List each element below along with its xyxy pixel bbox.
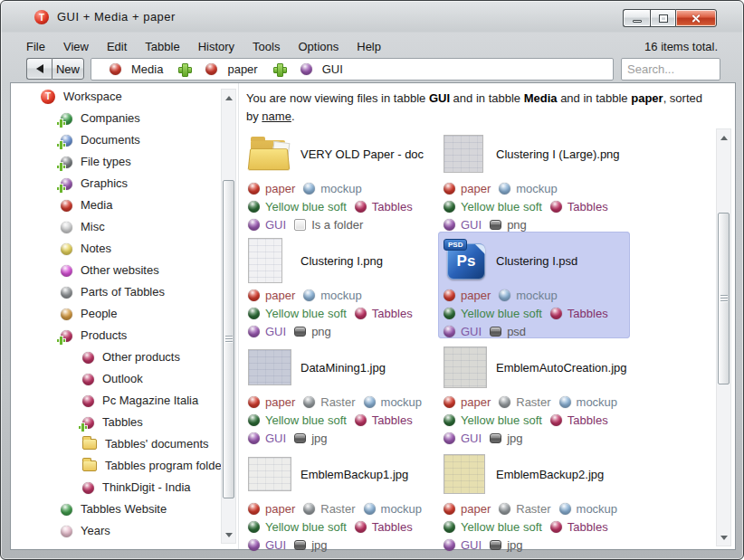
tag-paper[interactable]: paper bbox=[248, 182, 295, 195]
tag-gui[interactable]: GUI bbox=[248, 432, 286, 445]
tag-yellow-blue-soft[interactable]: Yellow blue soft bbox=[248, 413, 347, 427]
file-card-emblembackup2-jpg[interactable]: EmblemBackup2.jpgpaperRastermockupYellow… bbox=[438, 445, 630, 552]
menu-item-help[interactable]: Help bbox=[348, 37, 390, 56]
tag-raster[interactable]: Raster bbox=[499, 395, 550, 409]
tag-png[interactable]: png bbox=[294, 325, 331, 338]
sidebar-item-companies[interactable]: Companies bbox=[11, 108, 238, 129]
file-card-datamining1-jpg[interactable]: DataMining1.jpgpaperRastermockupYellow b… bbox=[243, 338, 434, 445]
tag-gui[interactable]: GUI bbox=[248, 218, 286, 232]
file-card-clustering-i-psd[interactable]: PSDPsClustering I.psdpapermockupYellow b… bbox=[438, 232, 630, 338]
tag-yellow-blue-soft[interactable]: Yellow blue soft bbox=[444, 307, 542, 320]
title-bar[interactable]: T GUI + Media + paper bbox=[1, 1, 743, 33]
file-card-emblemautocreation-jpg[interactable]: EmblemAutoCreation.jpgpaperRastermockupY… bbox=[438, 338, 630, 445]
tag-mockup[interactable]: mockup bbox=[559, 502, 618, 516]
tag-tabbles[interactable]: Tabbles bbox=[550, 200, 608, 214]
search-input[interactable] bbox=[621, 58, 720, 81]
tag-mockup[interactable]: mockup bbox=[303, 289, 362, 302]
sidebar-item-products[interactable]: Products bbox=[11, 325, 238, 346]
tag-yellow-blue-soft[interactable]: Yellow blue soft bbox=[444, 413, 542, 427]
scrollbar-thumb[interactable] bbox=[223, 180, 234, 498]
tag-yellow-blue-soft[interactable]: Yellow blue soft bbox=[248, 307, 347, 320]
file-card-clustering-i-png[interactable]: Clustering I.pngpapermockupYellow blue s… bbox=[243, 232, 434, 338]
tag-paper[interactable]: paper bbox=[248, 289, 295, 302]
sidebar-scrollbar[interactable] bbox=[221, 89, 236, 544]
tag-tabbles[interactable]: Tabbles bbox=[550, 413, 608, 427]
back-button[interactable] bbox=[26, 58, 52, 80]
sidebar-item-media[interactable]: Media bbox=[11, 195, 238, 216]
tag-tabbles[interactable]: Tabbles bbox=[550, 520, 608, 534]
sidebar-item-notes[interactable]: Notes bbox=[11, 238, 238, 260]
menu-item-view[interactable]: View bbox=[54, 37, 98, 56]
close-button[interactable] bbox=[675, 9, 717, 27]
tag-mockup[interactable]: mockup bbox=[499, 289, 558, 302]
tag-png[interactable]: png bbox=[490, 218, 527, 232]
tag-yellow-blue-soft[interactable]: Yellow blue soft bbox=[444, 200, 542, 214]
tag-tabbles[interactable]: Tabbles bbox=[355, 520, 413, 534]
tag-paper[interactable]: paper bbox=[444, 289, 491, 302]
tag-mockup[interactable]: mockup bbox=[364, 395, 423, 409]
tag-gui[interactable]: GUI bbox=[444, 432, 482, 445]
tag-raster[interactable]: Raster bbox=[303, 395, 355, 409]
tag-yellow-blue-soft[interactable]: Yellow blue soft bbox=[248, 200, 347, 214]
tag-paper[interactable]: paper bbox=[248, 502, 295, 516]
sidebar-item-other-websites[interactable]: Other websites bbox=[11, 260, 238, 281]
tag-is-a-folder[interactable]: Is a folder bbox=[294, 218, 363, 232]
breadcrumb-tag-media[interactable]: Media bbox=[110, 62, 163, 76]
tag-mockup[interactable]: mockup bbox=[559, 395, 618, 409]
sidebar-item-people[interactable]: People bbox=[11, 303, 238, 325]
scrollbar-thumb[interactable] bbox=[718, 213, 730, 384]
tag-tabbles[interactable]: Tabbles bbox=[355, 413, 413, 427]
menu-item-edit[interactable]: Edit bbox=[98, 37, 136, 56]
tag-paper[interactable]: paper bbox=[444, 502, 491, 516]
tag-yellow-blue-soft[interactable]: Yellow blue soft bbox=[444, 520, 542, 534]
sort-by-name-link[interactable]: name bbox=[262, 109, 291, 123]
sidebar-item-years[interactable]: Years bbox=[11, 520, 238, 542]
content-scrollbar[interactable] bbox=[716, 128, 731, 546]
tag-psd[interactable]: psd bbox=[490, 325, 526, 338]
sidebar-item-tabbles-documents[interactable]: Tabbles' documents bbox=[11, 433, 238, 455]
sidebar-item-tabbles-program-folder[interactable]: Tabbles program folder bbox=[11, 455, 238, 477]
file-card-emblembackup1-jpg[interactable]: EmblemBackup1.jpgpaperRastermockupYellow… bbox=[243, 445, 434, 552]
tag-jpg[interactable]: jpg bbox=[294, 538, 327, 552]
tag-mockup[interactable]: mockup bbox=[364, 502, 423, 516]
tag-gui[interactable]: GUI bbox=[444, 538, 482, 552]
sidebar-item-file-types[interactable]: File types bbox=[11, 151, 238, 173]
tag-paper[interactable]: paper bbox=[444, 182, 491, 195]
scroll-down-button[interactable] bbox=[717, 530, 730, 545]
tag-gui[interactable]: GUI bbox=[444, 325, 482, 338]
sidebar-item-workspace[interactable]: TWorkspace bbox=[11, 86, 238, 108]
tag-mockup[interactable]: mockup bbox=[303, 182, 362, 195]
file-card-very-old-paper-doc[interactable]: VERY OLD Paper - docpapermockupYellow bl… bbox=[243, 125, 434, 232]
tag-paper[interactable]: paper bbox=[248, 395, 295, 409]
sidebar-item-parts-of-tabbles[interactable]: Parts of Tabbles bbox=[11, 281, 238, 303]
new-button[interactable]: New bbox=[52, 58, 84, 80]
sidebar-item-tabbles-website[interactable]: Tabbles Website bbox=[11, 498, 238, 520]
sidebar-item-tabbles[interactable]: Tabbles bbox=[11, 412, 238, 433]
sidebar-item-documents[interactable]: Documents bbox=[11, 129, 238, 151]
tag-jpg[interactable]: jpg bbox=[490, 538, 522, 552]
menu-item-tabble[interactable]: Tabble bbox=[136, 37, 188, 56]
tag-raster[interactable]: Raster bbox=[303, 502, 355, 516]
tag-raster[interactable]: Raster bbox=[499, 502, 550, 516]
menu-item-file[interactable]: File bbox=[17, 37, 54, 56]
sidebar-item-misc[interactable]: Misc bbox=[11, 216, 238, 238]
sidebar-item-pc-magazine-italia[interactable]: Pc Magazine Italia bbox=[11, 390, 238, 412]
breadcrumb-tag-paper[interactable]: paper bbox=[205, 62, 257, 76]
tag-mockup[interactable]: mockup bbox=[499, 182, 558, 195]
tag-gui[interactable]: GUI bbox=[248, 538, 286, 552]
menu-item-tools[interactable]: Tools bbox=[243, 37, 289, 56]
tag-paper[interactable]: paper bbox=[444, 395, 491, 409]
tag-tabbles[interactable]: Tabbles bbox=[550, 307, 608, 320]
scroll-down-button[interactable] bbox=[222, 527, 235, 542]
tag-jpg[interactable]: jpg bbox=[294, 432, 327, 445]
sidebar-item-thinkdigit-india[interactable]: ThinkDigit - India bbox=[11, 477, 238, 498]
tag-tabbles[interactable]: Tabbles bbox=[355, 200, 413, 214]
maximize-button[interactable] bbox=[650, 9, 675, 27]
sidebar-item-graphics[interactable]: Graphics bbox=[11, 173, 238, 195]
tag-tabbles[interactable]: Tabbles bbox=[355, 307, 413, 320]
tag-gui[interactable]: GUI bbox=[248, 325, 286, 338]
tag-gui[interactable]: GUI bbox=[444, 218, 482, 232]
minimize-button[interactable] bbox=[623, 9, 650, 27]
menu-item-options[interactable]: Options bbox=[289, 37, 348, 56]
tag-yellow-blue-soft[interactable]: Yellow blue soft bbox=[248, 520, 347, 534]
